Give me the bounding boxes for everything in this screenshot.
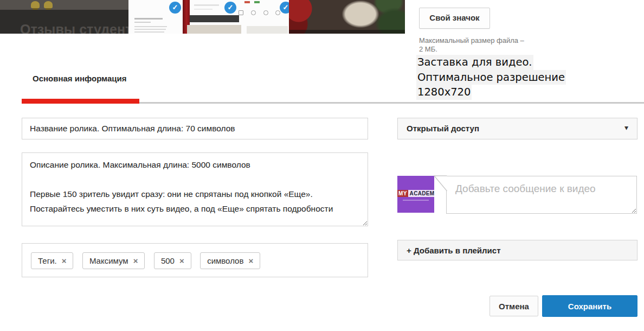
speech-bubble-tail (434, 175, 447, 192)
add-to-playlist-button[interactable]: + Добавить в плейлист (397, 240, 637, 260)
video-message-input[interactable] (446, 176, 637, 214)
video-preview-thumbnail[interactable]: Отзывы студенто (0, 0, 128, 34)
trophy-icon (44, 1, 53, 8)
annotation-line-2: Оптимальное разрешение (416, 70, 566, 85)
tag-chip: Максимум × (82, 252, 145, 269)
tag-chip: символов × (200, 252, 260, 269)
tag-remove-icon[interactable]: × (133, 257, 138, 265)
tag-label: Максимум (89, 256, 128, 265)
channel-avatar: MYACADEMY (397, 176, 434, 213)
chevron-down-icon: ▾ (624, 123, 628, 132)
video-message-bubble (446, 176, 637, 214)
privacy-selected-value: Открытый доступ (407, 124, 479, 133)
tag-chip: 500 × (154, 252, 191, 269)
video-title-input[interactable] (22, 118, 368, 139)
custom-thumbnail-button[interactable]: Свой значок (419, 8, 490, 29)
tag-label: 500 (161, 256, 175, 265)
tag-label: Теги. (38, 256, 57, 265)
hint-line-2: 2 МБ. (419, 45, 437, 53)
tab-basic-info[interactable]: Основная информация (33, 74, 127, 83)
thumbnail-top-band (0, 0, 128, 10)
privacy-dropdown[interactable]: Открытый доступ ▾ (397, 118, 637, 139)
tag-remove-icon[interactable]: × (62, 257, 67, 265)
hint-line-1: Максимальный размер файла – (419, 36, 524, 44)
tag-remove-icon[interactable]: × (179, 257, 184, 265)
tag-chip: Теги. × (31, 252, 73, 269)
avatar-logo: MYACADEMY (397, 190, 434, 196)
thumbnail-selected-check-icon[interactable]: ✓ (224, 2, 236, 14)
video-player-bar (190, 15, 239, 22)
avatar-logo-subline (403, 200, 429, 201)
video-description-textarea[interactable]: Описание ролика. Максимальная длина: 500… (22, 152, 368, 226)
video-edit-page: Отзывы студенто ✓ ✓ ✓ (0, 0, 644, 331)
thumbnail-photo-block (187, 25, 241, 34)
thumbnail-photo-right[interactable] (289, 0, 405, 34)
annotation-line-1: Заставка для видео. (416, 55, 533, 70)
trophy-icon (31, 1, 40, 8)
thumbnail-candidates[interactable] (128, 0, 289, 34)
tag-remove-icon[interactable]: × (248, 257, 253, 265)
cancel-button[interactable]: Отмена (490, 296, 538, 316)
avatar-logo-my: MY (397, 190, 408, 197)
thumbnail-strip: Отзывы студенто ✓ ✓ ✓ (0, 0, 405, 34)
save-button[interactable]: Сохранить (542, 295, 637, 317)
tags-field[interactable]: Теги. × Максимум × 500 × символов × (22, 243, 368, 277)
tab-active-indicator (22, 99, 139, 104)
thumbnail-dark-band: Отзывы студенто (0, 10, 128, 34)
annotation-line-3: 1280x720 (416, 85, 472, 100)
tag-label: символов (207, 256, 243, 265)
thumbnail-selected-check-icon[interactable]: ✓ (169, 2, 181, 14)
avatar-logo-academy: ACADEMY (408, 190, 434, 197)
thumbnail-photo-block (247, 26, 288, 34)
file-size-hint: Максимальный размер файла – 2 МБ. (419, 36, 524, 54)
thumbnail-caption: Отзывы студенто (20, 22, 140, 34)
thumbnail-annotation: Заставка для видео. Оптимальное разрешен… (416, 55, 566, 100)
